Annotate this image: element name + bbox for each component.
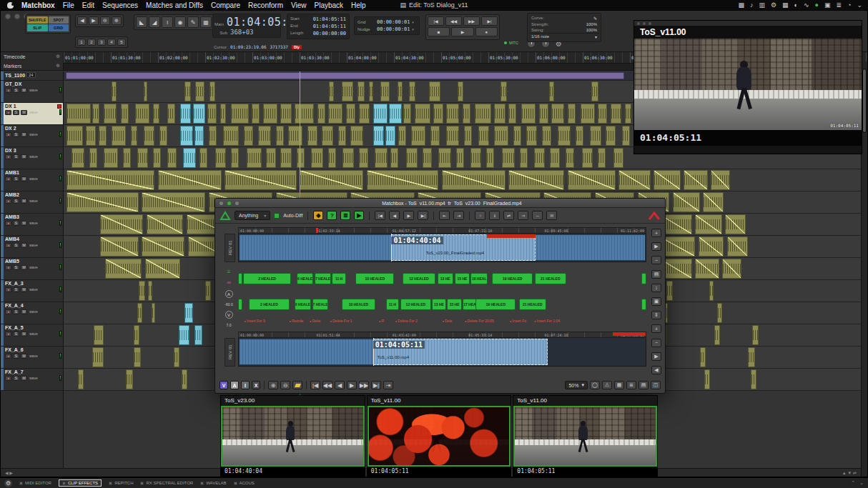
menubar-status-icon[interactable]: ∿ bbox=[804, 1, 809, 9]
record-arm-button[interactable]: ● bbox=[5, 110, 11, 115]
view-chip-button[interactable]: X bbox=[252, 381, 260, 389]
audio-clip[interactable] bbox=[654, 170, 681, 190]
audio-clip[interactable] bbox=[209, 126, 217, 146]
edit-tool-button[interactable]: ◢ bbox=[149, 16, 160, 28]
audio-clip[interactable] bbox=[558, 126, 571, 146]
track-name[interactable]: FX_A_7 bbox=[5, 369, 24, 374]
audio-clip[interactable] bbox=[695, 214, 722, 234]
track-header[interactable]: AMB2 ● S M wave bbox=[1, 191, 63, 214]
audio-clip[interactable] bbox=[513, 126, 521, 146]
plus-icon[interactable]: ⊕ bbox=[56, 54, 60, 59]
healed-block[interactable]: 21 HEALED bbox=[519, 299, 546, 310]
audio-clip[interactable] bbox=[446, 126, 459, 146]
track-name[interactable]: DX 3 bbox=[5, 148, 16, 153]
match-nav-button[interactable]: |◀ bbox=[375, 211, 385, 220]
track-view-selector[interactable]: wave bbox=[29, 376, 38, 380]
audio-clip[interactable] bbox=[180, 126, 193, 146]
change-marker[interactable]: R bbox=[379, 319, 384, 323]
audio-clip[interactable] bbox=[144, 81, 148, 101]
jump-button[interactable]: ⇤ bbox=[439, 211, 450, 220]
audio-clip[interactable] bbox=[215, 148, 227, 168]
solo-button[interactable]: S bbox=[13, 243, 19, 248]
audio-clip[interactable] bbox=[590, 126, 601, 146]
rail-button[interactable]: − bbox=[651, 256, 661, 264]
audio-clip[interactable] bbox=[367, 170, 438, 190]
audio-clip[interactable] bbox=[478, 126, 490, 146]
track-view-selector[interactable]: wave bbox=[29, 265, 38, 269]
record-arm-button[interactable]: ● bbox=[5, 265, 11, 270]
audio-clip[interactable] bbox=[373, 126, 385, 146]
audio-clip[interactable] bbox=[100, 236, 139, 257]
audio-clip[interactable] bbox=[182, 369, 187, 389]
menu-item[interactable]: Reconform bbox=[248, 1, 283, 9]
audio-clip[interactable] bbox=[148, 281, 152, 301]
audio-clip[interactable] bbox=[539, 104, 548, 124]
audio-clip[interactable] bbox=[100, 214, 143, 234]
statusbar-collapse-controls[interactable]: ⌃⌄ bbox=[851, 480, 864, 486]
audio-clip[interactable] bbox=[134, 325, 139, 345]
ops-value[interactable]: 100% bbox=[586, 22, 597, 26]
menu-item[interactable]: Matches and Diffs bbox=[146, 1, 203, 9]
audio-clip[interactable] bbox=[329, 81, 334, 101]
filter-dropdown[interactable]: Anything▾ bbox=[235, 211, 270, 220]
audio-clip[interactable] bbox=[94, 325, 103, 345]
audio-clip[interactable] bbox=[520, 148, 528, 168]
edit-tool-button[interactable]: ◣ bbox=[136, 16, 147, 28]
menubar-status-icon[interactable]: ▦ bbox=[782, 1, 789, 9]
matchbox-transport-button[interactable]: ▶ bbox=[347, 381, 357, 389]
track-name[interactable]: GT_DX bbox=[5, 81, 21, 86]
mute-button[interactable]: M bbox=[21, 110, 27, 115]
selection-value[interactable]: 00:00:00:00 bbox=[313, 31, 346, 36]
record-arm-button[interactable]: ● bbox=[5, 176, 11, 181]
solo-button[interactable]: S bbox=[13, 154, 19, 159]
audio-clip[interactable] bbox=[542, 126, 551, 146]
menubar-status-icon[interactable]: ◔ bbox=[847, 1, 851, 9]
audio-clip[interactable] bbox=[458, 81, 463, 101]
audio-clip[interactable] bbox=[99, 126, 107, 146]
audio-clip[interactable] bbox=[717, 303, 722, 323]
audio-clip[interactable] bbox=[748, 347, 755, 367]
audio-clip[interactable] bbox=[500, 81, 507, 101]
transport-button[interactable]: |◀ bbox=[428, 16, 444, 26]
audio-clip[interactable] bbox=[342, 81, 353, 101]
audio-clip[interactable] bbox=[463, 104, 470, 124]
audio-clip[interactable] bbox=[152, 303, 156, 323]
record-arm-button[interactable]: ● bbox=[5, 309, 11, 314]
audio-clip[interactable] bbox=[158, 170, 222, 190]
audio-clip[interactable] bbox=[700, 347, 706, 367]
audio-clip[interactable] bbox=[92, 104, 99, 124]
record-arm-button[interactable]: ● bbox=[5, 154, 11, 159]
rail-button[interactable]: ↕ bbox=[651, 284, 661, 292]
healed-block[interactable] bbox=[641, 273, 646, 284]
audio-clip[interactable] bbox=[86, 126, 95, 146]
audio-clip[interactable] bbox=[104, 148, 118, 168]
menu-icon[interactable]: ≡ bbox=[227, 269, 231, 275]
transport-button[interactable]: ■ bbox=[428, 27, 450, 36]
audio-clip[interactable] bbox=[317, 104, 325, 124]
video-gain-badge[interactable]: V bbox=[225, 311, 233, 319]
audio-clip[interactable] bbox=[618, 170, 651, 190]
audio-clip[interactable] bbox=[625, 104, 631, 124]
mute-button[interactable]: M bbox=[21, 221, 27, 226]
track-name[interactable]: FX_A_4 bbox=[5, 303, 24, 308]
audio-clip[interactable] bbox=[112, 126, 126, 146]
audio-clip[interactable] bbox=[280, 104, 292, 124]
audio-clip[interactable] bbox=[409, 81, 415, 101]
track-header[interactable]: AMB1 ● S M wave bbox=[1, 169, 63, 191]
zoom-preset-button[interactable]: 3 bbox=[97, 39, 106, 46]
thumbnail-frame[interactable] bbox=[368, 406, 511, 467]
healed-block[interactable]: 6 HEALE bbox=[297, 273, 313, 284]
solo-button[interactable]: S bbox=[13, 376, 19, 381]
thumbnail-frame[interactable] bbox=[513, 406, 657, 467]
healed-block[interactable]: 18 HEAL bbox=[470, 273, 487, 284]
audio-clip[interactable] bbox=[752, 325, 759, 345]
track-view-selector[interactable]: wave bbox=[29, 221, 38, 225]
solo-button[interactable]: S bbox=[13, 221, 19, 226]
track-name[interactable]: AMB4 bbox=[5, 236, 19, 241]
track-name[interactable]: DX 2 bbox=[5, 126, 16, 131]
audio-clip[interactable] bbox=[66, 192, 138, 212]
track-name[interactable]: TS_1100 bbox=[5, 73, 25, 78]
edit-mode-button[interactable]: GRID bbox=[49, 24, 69, 31]
audio-clip[interactable] bbox=[429, 81, 441, 101]
matchbox-transport-button[interactable]: ◀◀ bbox=[322, 381, 332, 389]
